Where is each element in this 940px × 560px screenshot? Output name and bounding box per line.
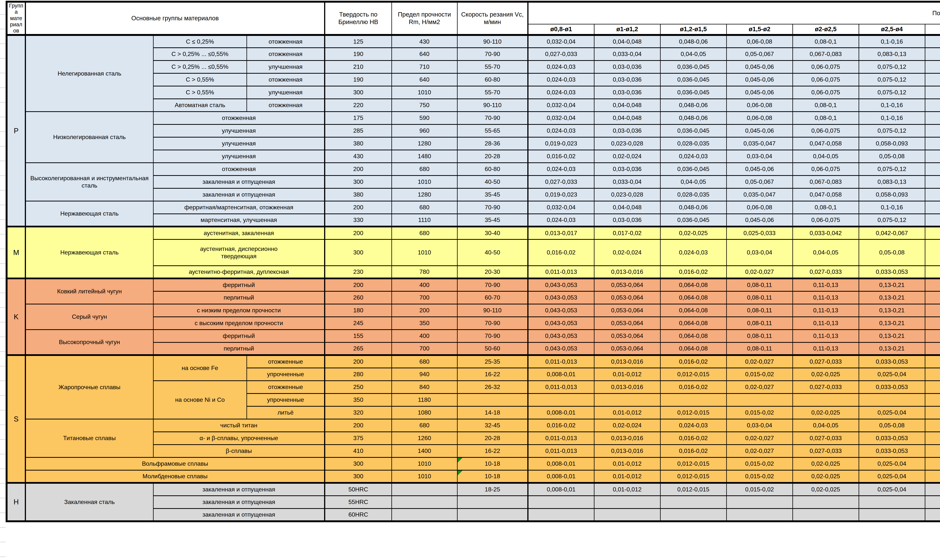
feed-cell[interactable] xyxy=(726,394,793,406)
strength-cell[interactable]: 1280 xyxy=(391,188,457,201)
feed-cell[interactable]: 0,03-0,04 xyxy=(726,239,793,266)
feed-cell[interactable]: 0,043-0,053 xyxy=(528,317,594,329)
material-spec-cell[interactable]: C > 0,55% xyxy=(153,86,247,99)
feed-cell[interactable]: 0,045-0,06 xyxy=(726,214,793,227)
feed-cell[interactable]: 0,015-0,02 xyxy=(726,368,793,381)
feed-cell[interactable] xyxy=(859,496,925,509)
hardness-cell[interactable]: 300 xyxy=(325,86,391,99)
feed-cell[interactable]: 0,064-0,08 xyxy=(660,342,726,355)
strength-cell[interactable]: 700 xyxy=(391,342,457,355)
hardness-cell[interactable]: 300 xyxy=(325,470,391,483)
speed-cell[interactable]: 50-60 xyxy=(457,342,528,355)
feed-cell[interactable]: 0,016-0,02 xyxy=(660,432,726,445)
material-spec-cell[interactable]: аустенитная, закаленная xyxy=(153,227,325,239)
feed-cell[interactable]: 0,067-0,083 xyxy=(793,175,859,188)
speed-cell[interactable]: 25-35 xyxy=(457,355,528,368)
feed-cell[interactable]: 0,02-0,024 xyxy=(594,239,660,266)
feed-cell[interactable]: 0,16-0,2 xyxy=(925,99,940,112)
speed-cell[interactable]: 60-80 xyxy=(457,163,528,175)
material-state-cell[interactable]: отожженная xyxy=(247,48,325,60)
feed-cell[interactable]: 0,011-0,013 xyxy=(528,266,594,278)
feed-cell[interactable]: 0,06-0,075 xyxy=(793,73,859,86)
feed-cell[interactable]: 0,21-0,27 xyxy=(925,304,940,317)
hardness-cell[interactable]: 200 xyxy=(325,163,391,175)
feed-cell[interactable]: 0,06-0,08 xyxy=(726,112,793,125)
feed-cell[interactable]: 0,08-0,1 xyxy=(925,150,940,163)
material-spec-cell[interactable]: β-сплавы xyxy=(153,445,325,457)
speed-cell[interactable]: 30-40 xyxy=(457,227,528,239)
feed-cell[interactable]: 0,032-0,04 xyxy=(528,35,594,48)
feed-cell[interactable] xyxy=(528,394,594,406)
feed-cell[interactable]: 0,024-0,03 xyxy=(528,214,594,227)
feed-cell[interactable]: 0,016-0,02 xyxy=(528,419,594,432)
material-group-cell[interactable]: Молибденовые сплавы xyxy=(25,470,325,483)
strength-cell[interactable]: 1260 xyxy=(391,432,457,445)
strength-cell[interactable]: 710 xyxy=(391,60,457,73)
feed-cell[interactable] xyxy=(793,496,859,509)
feed-cell[interactable]: 0,025-0,04 xyxy=(859,457,925,470)
feed-cell[interactable]: 0,093-0,12 xyxy=(925,188,940,201)
feed-cell[interactable]: 0,11-0,13 xyxy=(793,329,859,342)
feed-cell[interactable]: 0,058-0,093 xyxy=(859,137,925,150)
material-spec-cell[interactable]: ферритный xyxy=(153,329,325,342)
speed-cell[interactable]: 20-30 xyxy=(457,266,528,278)
hardness-cell[interactable]: 300 xyxy=(325,457,391,470)
feed-cell[interactable]: 0,075-0,12 xyxy=(859,73,925,86)
feed-cell[interactable]: 0,064-0,08 xyxy=(660,329,726,342)
material-group-cell[interactable]: Высоколегированная и инструментальная ст… xyxy=(25,163,153,201)
feed-cell[interactable]: 0,019-0,023 xyxy=(528,188,594,201)
feed-cell[interactable] xyxy=(925,496,940,509)
material-state-cell[interactable]: отожженная xyxy=(247,99,325,112)
feed-cell[interactable]: 0,015-0,02 xyxy=(726,406,793,419)
header-diameter-range[interactable]: ø1,2-ø1,5 xyxy=(660,24,726,35)
feed-cell[interactable]: 0,024-0,03 xyxy=(660,150,726,163)
hardness-cell[interactable]: 245 xyxy=(325,317,391,329)
hardness-cell[interactable]: 430 xyxy=(325,150,391,163)
feed-cell[interactable]: 0,16-0,2 xyxy=(925,201,940,214)
feed-cell[interactable]: 0,016-0,02 xyxy=(528,150,594,163)
hardness-cell[interactable]: 280 xyxy=(325,368,391,381)
hardness-cell[interactable]: 380 xyxy=(325,188,391,201)
speed-cell[interactable]: 32-45 xyxy=(457,419,528,432)
feed-cell[interactable]: 0,06-0,08 xyxy=(726,35,793,48)
feed-cell[interactable]: 0,11-0,13 xyxy=(793,317,859,329)
feed-cell[interactable]: 0,075-0,12 xyxy=(859,163,925,175)
speed-cell[interactable]: 28-36 xyxy=(457,137,528,150)
feed-cell[interactable]: 0,01-0,012 xyxy=(594,368,660,381)
feed-cell[interactable]: 0,008-0,01 xyxy=(528,483,594,496)
feed-cell[interactable]: 0,043-0,053 xyxy=(528,329,594,342)
feed-cell[interactable]: 0,02-0,025 xyxy=(793,368,859,381)
hardness-cell[interactable]: 330 xyxy=(325,214,391,227)
hardness-cell[interactable]: 155 xyxy=(325,329,391,342)
feed-cell[interactable]: 0,024-0,03 xyxy=(528,60,594,73)
feed-cell[interactable]: 0,042-0,067 xyxy=(859,227,925,239)
feed-cell[interactable]: 0,03-0,036 xyxy=(594,73,660,86)
header-main-material-groups[interactable]: Основные группы материалов xyxy=(25,2,325,35)
feed-cell[interactable]: 0,04-0,05 xyxy=(793,150,859,163)
feed-cell[interactable]: 0,04-0,048 xyxy=(594,99,660,112)
feed-cell[interactable] xyxy=(660,509,726,521)
feed-cell[interactable]: 0,13-0,21 xyxy=(859,278,925,291)
header-diameter-range[interactable]: ø2-ø2,5 xyxy=(793,24,859,35)
feed-cell[interactable]: 0,12-0,15 xyxy=(925,125,940,137)
feed-cell[interactable]: 0,12-0,15 xyxy=(925,163,940,175)
feed-cell[interactable]: 0,025-0,04 xyxy=(859,368,925,381)
feed-cell[interactable]: 0,13-0,21 xyxy=(859,329,925,342)
material-spec-cell[interactable]: α- и β-сплавы, упрочненные xyxy=(153,432,325,445)
speed-cell[interactable]: 70-90 xyxy=(457,48,528,60)
feed-cell[interactable]: 0,04-0,048 xyxy=(594,35,660,48)
feed-cell[interactable]: 0,036-0,045 xyxy=(660,125,726,137)
speed-cell[interactable]: 26-32 xyxy=(457,381,528,394)
feed-cell[interactable] xyxy=(925,394,940,406)
feed-cell[interactable]: 0,013-0,016 xyxy=(594,266,660,278)
hardness-cell[interactable]: 410 xyxy=(325,445,391,457)
material-state-cell[interactable]: отожженная xyxy=(247,73,325,86)
feed-cell[interactable]: 0,05-0,08 xyxy=(859,419,925,432)
material-spec-cell[interactable]: отожженная xyxy=(153,163,325,175)
strength-cell[interactable]: 400 xyxy=(391,278,457,291)
material-group-cell[interactable]: Закаленная сталь xyxy=(25,483,153,521)
material-spec-cell[interactable]: C > 0,25% ... ≤0,55% xyxy=(153,48,247,60)
feed-cell[interactable]: 0,024-0,03 xyxy=(660,239,726,266)
feed-cell[interactable]: 0,075-0,12 xyxy=(859,86,925,99)
feed-cell[interactable]: 0,024-0,03 xyxy=(528,73,594,86)
